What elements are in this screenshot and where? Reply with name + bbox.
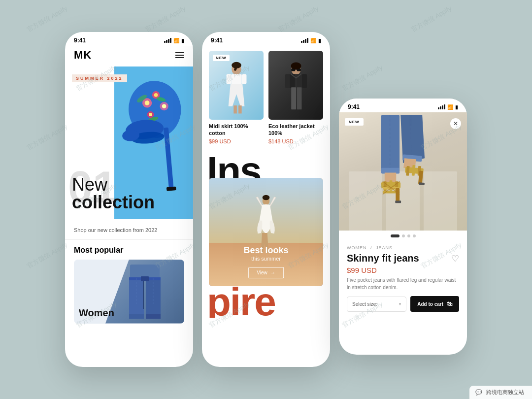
signal-icon-1 [164,38,171,43]
svg-rect-46 [302,74,307,88]
svg-rect-63 [395,200,401,203]
inspire-view-label: View [257,270,267,275]
phones-container: 9:41 📶 ▮ MK [0,0,532,399]
phone1-subtext: Shop our new collection from 2022 [65,219,193,240]
hero-collection-text: collection [72,194,155,211]
jeans-figure-svg [105,260,184,324]
footer-label: 跨境电商独立站 [486,389,524,396]
product-card-2[interactable]: Eco leather jacket 100% $148 USD [268,51,323,144]
status-time-1: 9:41 [74,37,86,44]
status-icons-2: 📶 ▮ [301,38,321,43]
phone3-info: WOMEN / JEANS Skinny fit jeans ♡ $99 USD… [339,241,467,318]
inspire-card-bg: Best looks this summer View → [209,178,323,286]
add-to-cart-label: Add to cart [417,301,443,307]
dot-2[interactable] [402,234,405,237]
product-name-1: Midi skirt 100% cotton [209,123,264,137]
shopping-bag-icon: 🛍 [446,300,452,307]
woman-figure-2 [274,61,318,120]
svg-rect-24 [146,314,161,319]
svg-rect-62 [396,188,399,202]
inspire-card[interactable]: Best looks this summer View → [209,178,323,286]
woman-figure-1 [214,61,259,120]
women-label: Women [79,307,114,319]
phone-3-detail: 9:41 📶 ▮ NEW ✕ [339,99,467,355]
wifi-icon-2: 📶 [310,38,316,43]
status-bar-2: 9:41 📶 ▮ [202,32,330,46]
svg-rect-32 [241,74,246,84]
product-desc: Five pocket jeans with flared leg and re… [347,276,459,291]
svg-rect-22 [141,276,149,281]
inspire-big-bottom: pire [202,286,330,318]
phone1-popular: Most popular [65,240,193,324]
product-card-1[interactable]: NEW [209,51,264,144]
svg-rect-14 [166,186,176,191]
product-price-2: $148 USD [268,138,323,144]
dot-4[interactable] [413,234,416,237]
size-select[interactable]: Select size: ▾ [347,297,406,312]
dot-1[interactable] [391,234,399,237]
phone-2-listing: 9:41 📶 ▮ NEW [202,32,330,367]
product-price-1: $99 USD [209,138,264,144]
battery-icon-2: ▮ [318,38,321,43]
svg-rect-23 [129,314,144,319]
wishlist-heart-icon[interactable]: ♡ [451,253,459,264]
popular-card[interactable]: Women [74,260,184,324]
battery-icon-1: ▮ [181,38,184,43]
inspire-title: Best looks [209,245,323,256]
signal-icon-2 [301,38,308,43]
status-time-2: 9:41 [211,37,223,44]
svg-rect-69 [419,182,425,185]
wifi-icon-3: 📶 [447,104,453,110]
size-select-label: Select size: [352,301,377,307]
phone1-logo: MK [74,49,92,62]
popular-title: Most popular [74,246,184,255]
svg-rect-31 [226,74,231,84]
svg-rect-43 [291,87,296,109]
footer-watermark-bar: 💬 跨境电商独立站 [469,386,532,399]
battery-icon-3: ▮ [455,104,458,110]
phone-1-home: 9:41 📶 ▮ MK [65,32,193,367]
phone2-inspire-section: Ins [202,154,330,318]
hamburger-menu[interactable] [175,52,184,58]
status-icons-1: 📶 ▮ [164,38,184,43]
phone3-hero: NEW ✕ [339,112,467,231]
add-to-cart-row: Select size: ▾ Add to cart 🛍 [347,296,459,312]
breadcrumb-separator: / [370,245,372,250]
svg-rect-33 [233,105,237,113]
arrow-right-icon: → [270,270,275,275]
svg-rect-49 [381,115,399,173]
product-img-1: NEW [209,51,264,120]
product-img-2 [268,51,323,120]
product-name-2: Eco leather jacket 100% [268,123,323,137]
breadcrumb-cat: WOMEN [347,245,367,250]
dropdown-arrow-icon: ▾ [399,302,401,306]
phone1-hero: SUMMER 2022 01 [65,66,193,219]
close-button-3[interactable]: ✕ [450,118,461,129]
svg-rect-19 [146,278,161,318]
svg-point-48 [263,195,270,200]
product-image-bg [339,112,467,231]
phone1-header: MK [65,46,193,66]
product-price-3: $99 USD [347,266,459,274]
status-bar-3: 9:41 📶 ▮ [339,99,467,112]
wechat-icon: 💬 [475,389,482,396]
svg-rect-44 [297,87,301,109]
svg-point-39 [291,63,301,70]
inspire-view-button[interactable]: View → [248,267,284,278]
add-to-cart-button[interactable]: Add to cart 🛍 [410,296,459,312]
svg-rect-34 [238,105,242,113]
svg-rect-13 [164,128,174,190]
svg-rect-18 [129,278,144,318]
status-icons-3: 📶 ▮ [438,104,458,110]
signal-icon-3 [438,104,445,109]
dot-3[interactable] [407,234,410,237]
phone2-products: NEW [202,46,330,154]
product-title-3: Skinny fit jeans [347,252,419,264]
svg-rect-45 [285,74,290,88]
legs-sandals-svg [349,115,457,231]
hero-new-text: New [72,176,155,194]
new-badge-3: NEW [345,118,364,126]
product-row-1: NEW [209,51,323,144]
inspire-overlay-text: Best looks this summer [209,245,323,262]
breadcrumb-sub: JEANS [376,245,393,250]
